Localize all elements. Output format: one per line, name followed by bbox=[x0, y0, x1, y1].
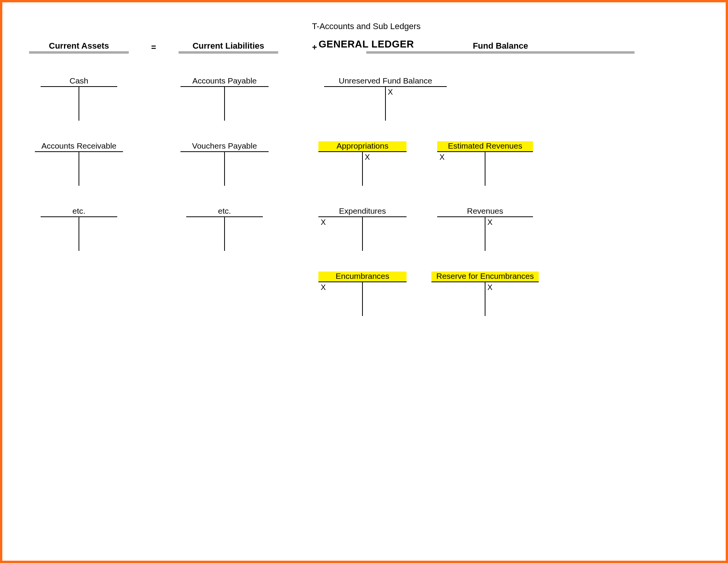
operator-equals: = bbox=[129, 43, 179, 53]
t-account-vouchers-payable: Vouchers Payable bbox=[180, 141, 269, 186]
x-credit: X bbox=[487, 218, 492, 227]
t-account-stem bbox=[224, 152, 225, 186]
label-fund-balance: Fund Balance bbox=[366, 41, 635, 53]
t-account-etc-assets: etc. bbox=[41, 206, 117, 251]
operator-plus: + bbox=[278, 43, 351, 53]
t-account-title: Unreserved Fund Balance bbox=[324, 76, 447, 86]
t-account-bar bbox=[35, 151, 123, 186]
page-title: T-Accounts and Sub Ledgers bbox=[29, 21, 703, 31]
col-header-assets: Current Assets bbox=[29, 41, 129, 53]
t-account-title: Encumbrances bbox=[318, 272, 407, 282]
t-account-expenditures: Expenditures X bbox=[318, 206, 407, 251]
t-account-bar: X bbox=[318, 216, 407, 251]
x-credit: X bbox=[388, 88, 393, 97]
t-account-accounts-receivable: Accounts Receivable bbox=[35, 141, 123, 186]
t-account-bar bbox=[41, 86, 117, 121]
t-account-stem bbox=[79, 152, 79, 186]
x-debit: X bbox=[321, 283, 326, 292]
t-accounts-grid: Cash Accounts Receivable etc. Accounts P… bbox=[29, 76, 703, 383]
t-account-stem bbox=[224, 87, 225, 121]
t-account-bar: X bbox=[431, 282, 539, 316]
t-account-bar bbox=[180, 86, 269, 121]
t-account-title: Appropriations bbox=[318, 141, 407, 151]
t-account-cash: Cash bbox=[41, 76, 117, 121]
t-account-stem bbox=[79, 87, 79, 121]
label-current-assets: Current Assets bbox=[29, 41, 129, 53]
t-account-title: Accounts Payable bbox=[180, 76, 269, 86]
t-account-stem bbox=[362, 217, 363, 251]
t-account-title: Reserve for Encumbrances bbox=[431, 272, 539, 282]
t-account-estimated-revenues: Estimated Revenues X bbox=[437, 141, 533, 186]
t-account-bar bbox=[41, 216, 117, 251]
t-account-stem bbox=[485, 152, 485, 186]
t-account-accounts-payable: Accounts Payable bbox=[180, 76, 269, 121]
t-account-stem bbox=[79, 217, 79, 251]
t-account-title: Revenues bbox=[437, 206, 533, 216]
t-account-title: Accounts Receivable bbox=[35, 141, 123, 151]
t-account-revenues: Revenues X bbox=[437, 206, 533, 251]
x-credit: X bbox=[487, 283, 492, 292]
t-account-title: Vouchers Payable bbox=[180, 141, 269, 151]
t-account-bar bbox=[186, 216, 263, 251]
t-account-bar: X bbox=[437, 151, 533, 186]
t-account-title: etc. bbox=[41, 206, 117, 216]
t-account-bar: X bbox=[318, 282, 407, 316]
label-current-liabilities: Current Liabilities bbox=[179, 41, 278, 53]
t-account-title: Expenditures bbox=[318, 206, 407, 216]
t-account-bar bbox=[180, 151, 269, 186]
t-account-stem bbox=[224, 217, 225, 251]
t-account-bar: X bbox=[437, 216, 533, 251]
col-header-fund-balance: Fund Balance bbox=[366, 41, 635, 53]
t-account-encumbrances: Encumbrances X bbox=[318, 272, 407, 316]
equation-row: Current Assets = Current Liabilities + F… bbox=[29, 41, 703, 53]
t-account-title: Cash bbox=[41, 76, 117, 86]
t-account-title: etc. bbox=[186, 206, 263, 216]
t-account-unreserved-fund-balance: Unreserved Fund Balance X bbox=[324, 76, 447, 121]
t-account-reserve-for-encumbrances: Reserve for Encumbrances X bbox=[431, 272, 539, 316]
col-header-liabilities: Current Liabilities bbox=[179, 41, 278, 53]
t-account-stem bbox=[385, 87, 386, 121]
t-account-title: Estimated Revenues bbox=[437, 141, 533, 151]
document-frame: T-Accounts and Sub Ledgers GENERAL LEDGE… bbox=[0, 0, 728, 563]
x-debit: X bbox=[321, 218, 326, 227]
t-account-appropriations: Appropriations X bbox=[318, 141, 407, 186]
x-credit: X bbox=[365, 153, 370, 162]
t-account-bar: X bbox=[318, 151, 407, 186]
t-account-stem bbox=[485, 282, 485, 316]
t-account-etc-liabilities: etc. bbox=[186, 206, 263, 251]
t-account-bar: X bbox=[324, 86, 447, 121]
t-account-stem bbox=[485, 217, 485, 251]
t-account-stem bbox=[362, 152, 363, 186]
t-account-stem bbox=[362, 282, 363, 316]
page: T-Accounts and Sub Ledgers GENERAL LEDGE… bbox=[29, 21, 703, 383]
x-debit: X bbox=[439, 153, 444, 162]
